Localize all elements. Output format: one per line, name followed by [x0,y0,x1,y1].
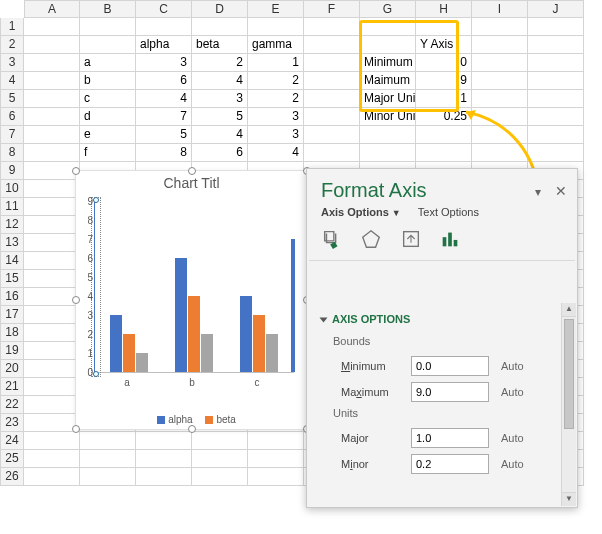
cell[interactable] [360,36,416,54]
cell[interactable] [24,198,80,216]
col-A[interactable]: A [24,0,80,18]
bar-alpha[interactable] [291,239,295,372]
resize-handle[interactable] [72,296,80,304]
cell[interactable] [24,306,80,324]
row-header[interactable]: 25 [0,450,24,468]
row-header[interactable]: 13 [0,234,24,252]
col-B[interactable]: B [80,0,136,18]
cell[interactable] [528,72,584,90]
cell[interactable]: 8 [136,144,192,162]
row-header[interactable]: 17 [0,306,24,324]
cell[interactable] [472,18,528,36]
cell[interactable] [24,378,80,396]
cell[interactable]: 3 [136,54,192,72]
bar-alpha[interactable] [110,315,122,372]
scroll-thumb[interactable] [564,319,574,429]
cell[interactable] [360,126,416,144]
cell[interactable]: Minimum [360,54,416,72]
cell[interactable] [304,36,360,54]
auto-button[interactable]: Auto [501,360,524,372]
selection-handle[interactable] [93,197,99,203]
resize-handle[interactable] [72,425,80,433]
maximum-input[interactable] [411,382,489,402]
cell[interactable] [304,90,360,108]
bar-gamma[interactable] [201,334,213,372]
cell[interactable]: e [80,126,136,144]
cell[interactable] [472,36,528,54]
cell[interactable]: gamma [248,36,304,54]
bar-beta[interactable] [253,315,265,372]
cell[interactable] [304,54,360,72]
cell[interactable] [360,144,416,162]
cell[interactable] [136,18,192,36]
row-header[interactable]: 18 [0,324,24,342]
cell[interactable] [24,36,80,54]
row-header[interactable]: 3 [0,54,24,72]
cell[interactable] [24,72,80,90]
row-header[interactable]: 24 [0,432,24,450]
cell[interactable]: d [80,108,136,126]
cell[interactable]: 2 [248,90,304,108]
cell[interactable]: alpha [136,36,192,54]
cell[interactable]: a [80,54,136,72]
cell[interactable] [24,126,80,144]
cell[interactable] [24,270,80,288]
cell[interactable]: f [80,144,136,162]
cell[interactable] [24,144,80,162]
auto-button[interactable]: Auto [501,432,524,444]
cell[interactable]: Maimum [360,72,416,90]
tab-text-options[interactable]: Text Options [418,206,479,218]
row-header[interactable]: 7 [0,126,24,144]
row-header[interactable]: 2 [0,36,24,54]
cell[interactable]: 2 [192,54,248,72]
size-properties-icon[interactable] [400,228,422,250]
cell[interactable]: Minor Unit [360,108,416,126]
bar-gamma[interactable] [266,334,278,372]
cell[interactable]: 1 [248,54,304,72]
cell[interactable] [528,36,584,54]
cell[interactable] [472,72,528,90]
cell[interactable] [304,18,360,36]
row-header[interactable]: 9 [0,162,24,180]
cell[interactable] [80,468,136,486]
scroll-up-icon[interactable]: ▲ [562,303,576,317]
minimum-input[interactable] [411,356,489,376]
cell[interactable]: 6 [192,144,248,162]
cell[interactable] [24,252,80,270]
col-H[interactable]: H [416,0,472,18]
row-header[interactable]: 12 [0,216,24,234]
cell[interactable]: 6 [136,72,192,90]
cell[interactable]: 5 [136,126,192,144]
cell[interactable] [304,144,360,162]
cell[interactable] [304,126,360,144]
cell[interactable] [192,450,248,468]
cell[interactable]: 7 [136,108,192,126]
cell[interactable] [24,90,80,108]
row-header[interactable]: 4 [0,72,24,90]
cell[interactable] [192,18,248,36]
scroll-down-icon[interactable]: ▼ [562,492,576,506]
cell[interactable] [528,126,584,144]
cell[interactable] [24,396,80,414]
auto-button[interactable]: Auto [501,458,524,470]
col-C[interactable]: C [136,0,192,18]
cell[interactable] [80,36,136,54]
cell[interactable] [528,18,584,36]
row-header[interactable]: 6 [0,108,24,126]
cell[interactable]: 3 [248,108,304,126]
pane-menu-button[interactable]: ▾ [535,185,541,199]
cell[interactable]: 2 [248,72,304,90]
chart-object[interactable]: Chart Titl 9 8 7 6 5 4 3 2 1 0 a b c [75,170,308,430]
resize-handle[interactable] [188,167,196,175]
pane-scrollbar[interactable]: ▲ ▼ [561,303,576,506]
cell[interactable] [24,108,80,126]
cell[interactable] [472,126,528,144]
cell[interactable] [24,450,80,468]
row-header[interactable]: 23 [0,414,24,432]
cell[interactable] [528,54,584,72]
row-header[interactable]: 21 [0,378,24,396]
cell[interactable] [24,234,80,252]
row-header[interactable]: 19 [0,342,24,360]
row-header[interactable]: 8 [0,144,24,162]
cell[interactable]: b [80,72,136,90]
